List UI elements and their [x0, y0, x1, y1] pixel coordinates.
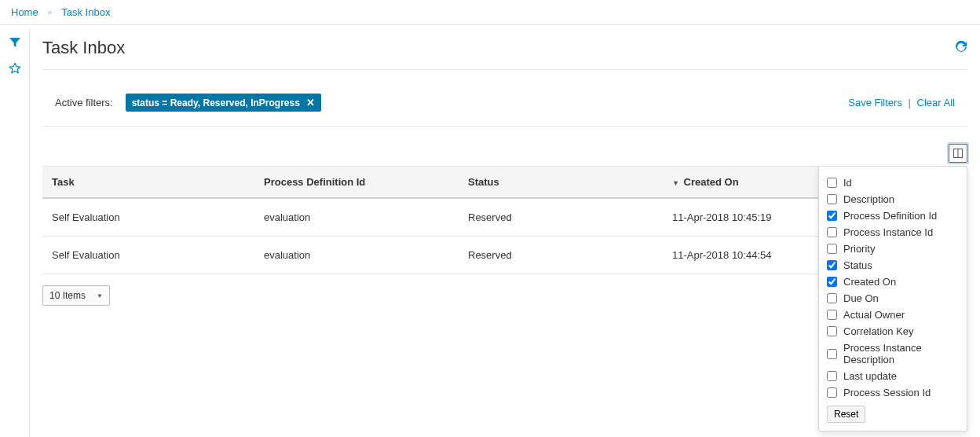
column-option[interactable]: Status: [827, 257, 959, 274]
column-option-label: Description: [843, 193, 894, 205]
column-option-label: Process Instance Id: [843, 226, 933, 238]
col-process-definition-id[interactable]: Process Definition Id: [254, 167, 459, 199]
column-option-checkbox[interactable]: [827, 260, 837, 270]
column-picker-button[interactable]: [949, 144, 967, 163]
column-option-checkbox[interactable]: [827, 293, 837, 303]
column-option[interactable]: Correlation Key: [827, 323, 959, 340]
filter-icon[interactable]: [9, 36, 21, 51]
col-status[interactable]: Status: [459, 167, 663, 199]
breadcrumb-separator-icon: »: [48, 8, 53, 17]
column-option[interactable]: Process Session Id: [827, 384, 959, 401]
column-option[interactable]: Last update: [827, 368, 959, 384]
column-option-checkbox[interactable]: [827, 227, 837, 237]
column-option-label: Correlation Key: [843, 325, 914, 337]
column-picker-dropdown: IdDescriptionProcess Definition IdProces…: [818, 166, 967, 431]
column-picker-row: IdDescriptionProcess Definition IdProces…: [42, 144, 967, 163]
column-option-checkbox[interactable]: [827, 178, 837, 188]
main-content: Task Inbox Active filters: status = Read…: [30, 28, 980, 306]
clear-all-link[interactable]: Clear All: [917, 97, 955, 108]
breadcrumb-current[interactable]: Task Inbox: [61, 6, 110, 18]
column-option-checkbox[interactable]: [827, 277, 837, 287]
column-option[interactable]: Id: [827, 174, 959, 191]
columns-icon: [953, 149, 963, 158]
page-title: Task Inbox: [42, 38, 125, 58]
column-option-label: Due On: [843, 292, 879, 304]
column-option[interactable]: Actual Owner: [827, 307, 959, 323]
cell-task: Self Evaluation: [42, 198, 254, 237]
active-filters-label: Active filters:: [55, 97, 113, 108]
refresh-icon[interactable]: [955, 41, 967, 56]
column-option-checkbox[interactable]: [827, 349, 837, 359]
column-option[interactable]: Priority: [827, 241, 959, 257]
breadcrumb: Home » Task Inbox: [0, 0, 980, 25]
cell-pdid: evaluation: [254, 198, 459, 237]
column-option-label: Process Definition Id: [843, 210, 937, 222]
filter-chip-text: status = Ready, Reserved, InProgress: [132, 97, 300, 108]
column-option-checkbox[interactable]: [827, 211, 837, 221]
filter-chip-status: status = Ready, Reserved, InProgress ✕: [126, 94, 321, 112]
star-icon[interactable]: [9, 62, 21, 77]
column-option-checkbox[interactable]: [827, 326, 837, 336]
column-option-label: Actual Owner: [843, 309, 905, 321]
page-size-label: 10 Items: [49, 290, 86, 301]
column-option-checkbox[interactable]: [827, 194, 837, 204]
column-option[interactable]: Process Instance Id: [827, 224, 959, 241]
cell-status: Reserved: [459, 198, 663, 237]
column-option-label: Process Session Id: [843, 387, 931, 398]
sort-desc-icon: ▼: [672, 179, 679, 187]
col-task[interactable]: Task: [42, 167, 254, 199]
column-option-label: Priority: [843, 243, 875, 255]
column-option-label: Id: [843, 177, 852, 189]
page-size-select[interactable]: 10 Items ▼: [42, 285, 110, 306]
column-option[interactable]: Process Definition Id: [827, 207, 959, 224]
filter-chip-remove-icon[interactable]: ✕: [306, 97, 315, 108]
save-filters-link[interactable]: Save Filters: [848, 97, 902, 108]
cell-status: Reserved: [459, 237, 663, 274]
column-option-label: Status: [843, 259, 872, 271]
filters-actions: Save Filters | Clear All: [848, 97, 955, 108]
cell-pdid: evaluation: [254, 237, 459, 274]
column-option-checkbox[interactable]: [827, 387, 837, 398]
column-option-label: Created On: [843, 276, 896, 288]
filters-separator: |: [909, 97, 911, 108]
column-option-checkbox[interactable]: [827, 244, 837, 254]
left-rail: [0, 28, 30, 437]
column-option-checkbox[interactable]: [827, 310, 837, 320]
reset-columns-button[interactable]: Reset: [827, 406, 865, 423]
column-option-label: Last update: [843, 370, 897, 382]
breadcrumb-home[interactable]: Home: [11, 6, 38, 18]
title-row: Task Inbox: [42, 38, 967, 70]
cell-task: Self Evaluation: [42, 237, 254, 274]
chevron-down-icon: ▼: [97, 292, 103, 299]
column-option[interactable]: Description: [827, 191, 959, 207]
col-created-on-label: Created On: [684, 176, 739, 188]
active-filters-row: Active filters: status = Ready, Reserved…: [42, 79, 967, 127]
column-option[interactable]: Created On: [827, 274, 959, 290]
column-option[interactable]: Due On: [827, 290, 959, 307]
column-option-checkbox[interactable]: [827, 371, 837, 381]
column-option-label: Process Instance Description: [843, 342, 959, 365]
column-option[interactable]: Process Instance Description: [827, 340, 959, 368]
